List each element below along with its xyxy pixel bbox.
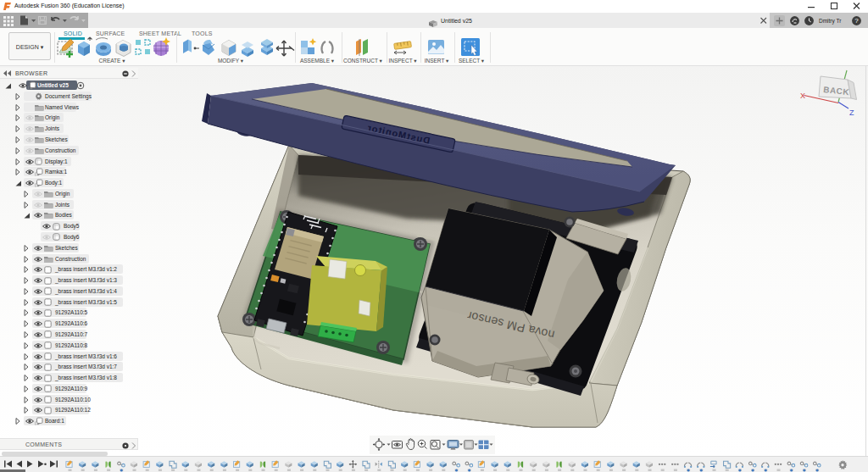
svg-text:?: ? xyxy=(854,17,859,25)
